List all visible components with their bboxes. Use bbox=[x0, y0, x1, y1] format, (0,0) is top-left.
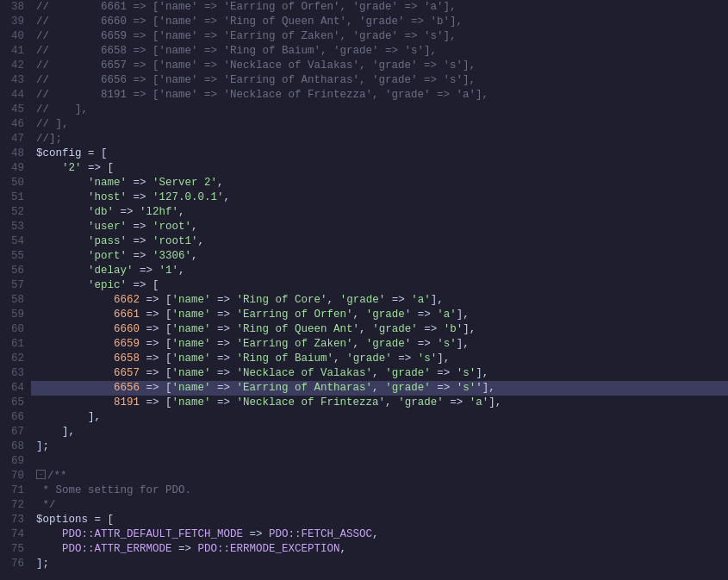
token-num: 6656 bbox=[114, 382, 140, 394]
token-str: 'name' bbox=[172, 309, 211, 321]
line-content: 'epic' => [ bbox=[31, 278, 728, 293]
token-str: 'Necklace of Frintezza' bbox=[237, 396, 386, 408]
line-content: * Some setting for PDO. bbox=[31, 483, 728, 498]
token-str: '2' bbox=[62, 162, 82, 174]
token-c: // 6658 => ['name' => 'Ring of Baium', '… bbox=[36, 45, 437, 57]
line-content: ], bbox=[31, 410, 728, 425]
line-number: 39 bbox=[0, 15, 31, 29]
token-str: 'port' bbox=[88, 250, 127, 262]
line-content: 6658 => ['name' => 'Ring of Baium', 'gra… bbox=[31, 352, 728, 366]
token-str: 'user' bbox=[88, 221, 127, 233]
line-content: 6660 => ['name' => 'Ring of Queen Ant', … bbox=[31, 322, 728, 337]
token-punc bbox=[36, 162, 62, 174]
token-num: 6659 bbox=[114, 338, 140, 350]
token-str: 'a' bbox=[470, 396, 489, 408]
line-content: 6657 => ['name' => 'Necklace of Valakas'… bbox=[31, 366, 728, 381]
token-punc: => bbox=[172, 543, 198, 555]
token-punc: => bbox=[127, 177, 152, 189]
token-punc: => [ bbox=[140, 309, 172, 321]
token-c: // 6659 => ['name' => 'Earring of Zaken'… bbox=[36, 30, 457, 42]
token-punc: => bbox=[392, 352, 418, 365]
line-content: // 6658 => ['name' => 'Ring of Baium', '… bbox=[31, 44, 728, 59]
code-line: 61 6659 => ['name' => 'Earring of Zaken'… bbox=[0, 337, 728, 352]
token-c: // 6657 => ['name' => 'Necklace of Valak… bbox=[36, 59, 476, 72]
token-str: 'name' bbox=[172, 323, 211, 335]
token-c: // ], bbox=[36, 103, 88, 115]
token-punc: => [ bbox=[140, 396, 172, 408]
line-number: 67 bbox=[0, 425, 31, 440]
line-content: // ], bbox=[31, 103, 728, 117]
token-punc: => bbox=[211, 294, 237, 306]
line-number: 74 bbox=[0, 527, 31, 542]
line-content bbox=[31, 454, 728, 469]
token-punc: , bbox=[327, 294, 340, 306]
token-str: 'Earring of Zaken' bbox=[237, 338, 353, 350]
token-str: 'Ring of Baium' bbox=[237, 352, 334, 365]
line-number: 57 bbox=[0, 278, 31, 293]
line-content: PDO::ATTR_DEFAULT_FETCH_MODE => PDO::FET… bbox=[31, 527, 728, 542]
line-number: 71 bbox=[0, 483, 31, 498]
line-content: // 8191 => ['name' => 'Necklace of Frint… bbox=[31, 88, 728, 103]
line-content: */ bbox=[31, 498, 728, 513]
code-line: 43// 6656 => ['name' => 'Earring of Anth… bbox=[0, 73, 728, 88]
line-content: 6656 => ['name' => 'Earring of Antharas'… bbox=[31, 381, 728, 396]
token-punc: ], bbox=[437, 352, 450, 365]
token-c: /** bbox=[47, 470, 67, 482]
token-punc: ], bbox=[488, 396, 501, 408]
token-punc: => [ bbox=[140, 338, 172, 350]
code-line: 58 6662 => ['name' => 'Ring of Core', 'g… bbox=[0, 293, 728, 308]
token-punc bbox=[36, 543, 62, 555]
line-content: 'user' => 'root', bbox=[31, 220, 728, 234]
code-line: 65 8191 => ['name' => 'Necklace of Frint… bbox=[0, 396, 728, 410]
line-content: 8191 => ['name' => 'Necklace of Frintezz… bbox=[31, 396, 728, 410]
token-var: $config bbox=[36, 147, 82, 159]
token-str: 'a' bbox=[411, 294, 431, 306]
line-number: 49 bbox=[0, 161, 31, 176]
token-num: 6658 bbox=[114, 352, 140, 365]
token-str: 'grade' bbox=[398, 396, 444, 408]
token-punc: => bbox=[211, 323, 237, 335]
token-str: 'name' bbox=[172, 396, 211, 408]
line-content: $options = [ bbox=[31, 513, 728, 527]
token-punc: => [ bbox=[140, 382, 172, 394]
token-punc: , bbox=[385, 396, 398, 408]
token-punc: => bbox=[385, 294, 411, 306]
code-line: 63 6657 => ['name' => 'Necklace of Valak… bbox=[0, 366, 728, 381]
token-str: 'grade' bbox=[385, 367, 431, 379]
token-str: 'name' bbox=[172, 382, 211, 394]
line-content: 'host' => '127.0.0.1', bbox=[31, 190, 728, 205]
fold-icon[interactable]: - bbox=[36, 470, 46, 479]
line-content: -/** bbox=[31, 469, 728, 483]
token-c: // 6656 => ['name' => 'Earring of Anthar… bbox=[36, 74, 476, 86]
token-str: 'b' bbox=[444, 323, 464, 335]
line-number: 56 bbox=[0, 264, 31, 278]
line-number: 72 bbox=[0, 498, 31, 513]
line-content: 'delay' => '1', bbox=[31, 264, 728, 278]
code-line: 76]; bbox=[0, 557, 728, 571]
line-content: 6662 => ['name' => 'Ring of Core', 'grad… bbox=[31, 293, 728, 308]
token-str: 'a' bbox=[437, 309, 457, 321]
line-number: 48 bbox=[0, 147, 31, 161]
token-c: // 6661 => ['name' => 'Earring of Orfen'… bbox=[36, 1, 457, 13]
line-content: 6659 => ['name' => 'Earring of Zaken', '… bbox=[31, 337, 728, 352]
line-content: ], bbox=[31, 425, 728, 440]
line-content: '2' => [ bbox=[31, 161, 728, 176]
token-str: 'Server 2' bbox=[152, 177, 217, 189]
code-line: 59 6661 => ['name' => 'Earring of Orfen'… bbox=[0, 308, 728, 322]
token-punc: ]; bbox=[36, 440, 49, 452]
token-str: 'delay' bbox=[88, 265, 134, 277]
code-line: 45// ], bbox=[0, 103, 728, 117]
token-punc: , bbox=[217, 177, 224, 189]
line-number: 62 bbox=[0, 352, 31, 366]
token-str: 'name' bbox=[172, 352, 211, 365]
token-punc: , bbox=[178, 265, 185, 277]
token-c: // ], bbox=[36, 118, 69, 130]
token-punc: => bbox=[127, 221, 152, 233]
line-number: 47 bbox=[0, 132, 31, 147]
code-line: 67 ], bbox=[0, 425, 728, 440]
code-line: 68]; bbox=[0, 440, 728, 454]
line-number: 76 bbox=[0, 557, 31, 571]
line-number: 69 bbox=[0, 454, 31, 469]
token-punc: , bbox=[353, 309, 366, 321]
token-str: 'Ring of Queen Ant' bbox=[237, 323, 360, 335]
